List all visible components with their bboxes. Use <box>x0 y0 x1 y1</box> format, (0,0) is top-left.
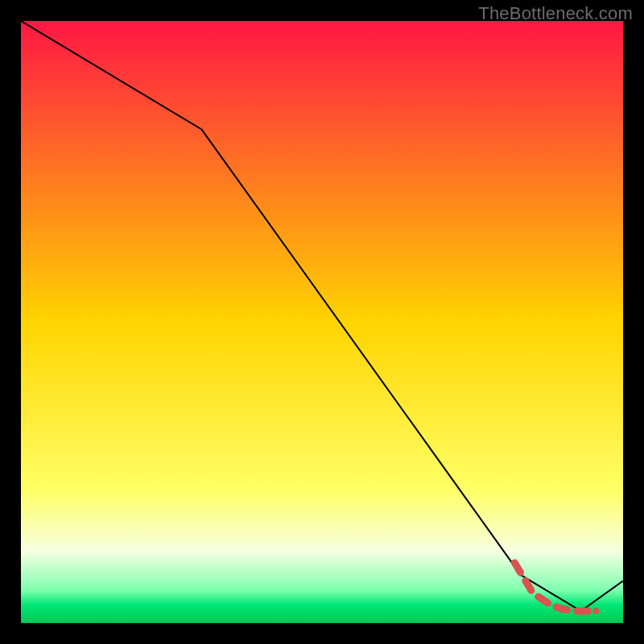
highlight-end-dot <box>592 608 599 614</box>
chart-frame: TheBottleneck.com <box>0 0 644 644</box>
plot-area <box>21 21 623 623</box>
gradient-background <box>21 21 623 623</box>
chart-svg <box>21 21 623 623</box>
points-layer <box>592 608 599 614</box>
